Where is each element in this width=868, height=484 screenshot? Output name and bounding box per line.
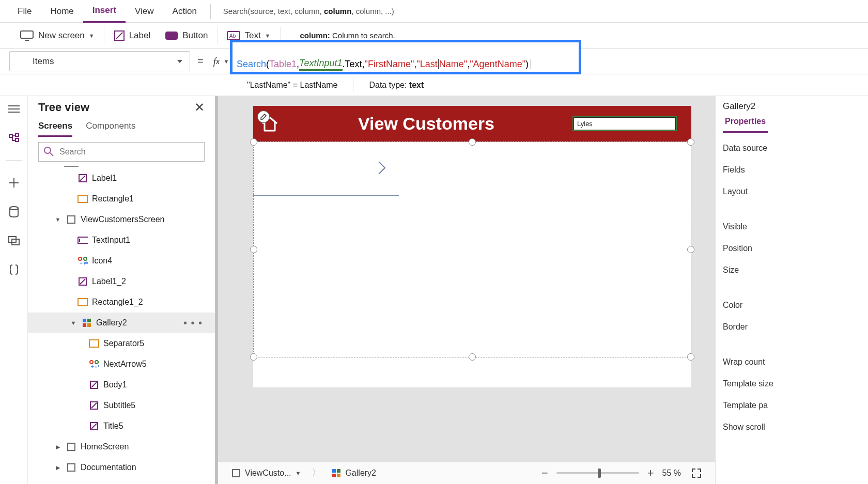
svg-rect-30 <box>83 319 86 322</box>
prop-show-scroll[interactable]: Show scroll <box>716 416 868 438</box>
hamburger-icon[interactable] <box>7 102 21 116</box>
zoom-slider[interactable] <box>556 472 639 474</box>
top-menu: File Home Insert View Action Search(sour… <box>0 0 868 23</box>
tree-item-label1-2[interactable]: Label1_2 <box>28 271 215 292</box>
prop-size[interactable]: Size <box>716 259 868 281</box>
tree-item-label1[interactable]: Label1 <box>28 168 215 189</box>
menu-insert[interactable]: Insert <box>83 0 126 23</box>
chevron-right-icon[interactable]: ▶ <box>54 464 62 471</box>
button-button[interactable]: Button <box>165 30 208 41</box>
zoom-control[interactable]: − + 55 % <box>539 466 706 480</box>
divider <box>210 4 211 19</box>
tree-view-icon[interactable] <box>7 131 21 145</box>
fx-icon[interactable]: fx <box>209 49 222 74</box>
label-icon <box>114 30 125 41</box>
gallery-template-row[interactable] <box>253 142 399 196</box>
selected-control-name: Gallery2 <box>716 96 868 114</box>
more-icon[interactable]: • • • <box>183 317 203 329</box>
equals-label: = <box>192 49 209 74</box>
tree-item-separator5[interactable]: Separator5 <box>28 333 215 354</box>
chevron-down-icon[interactable]: ▼ <box>54 216 62 223</box>
tab-components[interactable]: Components <box>86 121 135 137</box>
breadcrumb-control[interactable]: Gallery2 <box>328 466 380 480</box>
tree-item-nextarrow5[interactable]: +⇄NextArrow5 <box>28 354 215 374</box>
tree-item-rectangle1-2[interactable]: Rectangle1_2 <box>28 292 215 313</box>
svg-rect-34 <box>89 340 99 347</box>
svg-rect-20 <box>68 216 75 223</box>
tree-item-textinput1[interactable]: TextInput1 <box>28 230 215 251</box>
close-icon[interactable]: ✕ <box>194 100 205 115</box>
svg-rect-0 <box>21 31 33 38</box>
prop-data-source[interactable]: Data source <box>716 137 868 159</box>
prop-template-size[interactable]: Template size <box>716 373 868 395</box>
prop-position[interactable]: Position <box>716 238 868 259</box>
svg-line-16 <box>50 153 53 156</box>
tab-properties[interactable]: Properties <box>723 114 768 133</box>
app-header: View Customers <box>253 106 691 142</box>
svg-line-40 <box>91 382 97 387</box>
tree-item-viewcustomers[interactable]: ▼ViewCustomersScreen <box>28 209 215 230</box>
prop-fields[interactable]: Fields <box>716 159 868 181</box>
tree-search-input[interactable] <box>38 142 205 162</box>
tree-item-title5[interactable]: Title5 <box>28 416 215 436</box>
menu-file[interactable]: File <box>8 0 41 23</box>
breadcrumb-separator: 〉 <box>312 467 320 478</box>
tree-item-body1[interactable]: Body1 <box>28 374 215 395</box>
svg-rect-45 <box>68 443 75 450</box>
zoom-out-button[interactable]: − <box>539 466 550 480</box>
text-button[interactable]: Ab Text ▼ <box>227 30 270 41</box>
media-icon[interactable] <box>7 234 21 247</box>
chevron-right-icon[interactable]: ▶ <box>54 444 62 450</box>
variables-icon[interactable] <box>7 263 21 276</box>
svg-rect-4 <box>165 32 178 40</box>
app-search-input[interactable] <box>574 117 676 130</box>
tree-item-documentation[interactable]: ▶Documentation <box>28 457 215 478</box>
chevron-right-icon[interactable] <box>377 160 386 176</box>
prop-wrap-count[interactable]: Wrap count <box>716 351 868 373</box>
property-selector[interactable]: Items <box>9 51 190 71</box>
zoom-value: 55 % <box>662 469 681 478</box>
prop-template-padding[interactable]: Template pa <box>716 395 868 416</box>
svg-text:⇄: ⇄ <box>84 260 88 266</box>
chevron-down-icon: ▼ <box>265 33 271 39</box>
expand-icon[interactable] <box>687 468 706 478</box>
svg-rect-32 <box>83 323 86 327</box>
tree-item-icon4[interactable]: +⇄Icon4 <box>28 251 215 271</box>
gallery2[interactable] <box>253 142 691 357</box>
svg-rect-51 <box>337 474 340 477</box>
prop-visible[interactable]: Visible <box>716 216 868 238</box>
app-canvas[interactable]: View Customers <box>253 106 691 387</box>
breadcrumb-screen[interactable]: ViewCusto... ▼ <box>227 466 305 480</box>
new-screen-button[interactable]: New screen ▼ <box>20 30 95 41</box>
zoom-in-button[interactable]: + <box>645 466 656 480</box>
tree-item-subtitle5[interactable]: Subtitle5 <box>28 395 215 416</box>
tab-screens[interactable]: Screens <box>38 121 72 137</box>
prop-color[interactable]: Color <box>716 294 868 316</box>
data-icon[interactable] <box>7 205 21 218</box>
search-icon <box>43 146 54 157</box>
prop-border[interactable]: Border <box>716 316 868 338</box>
tree-view-panel: Tree view ✕ Screens Components Label1 Re… <box>28 96 218 484</box>
chevron-down-icon[interactable]: ▼ <box>296 470 301 476</box>
tree-item-homescreen[interactable]: ▶HomeScreen <box>28 436 215 457</box>
add-icon[interactable] <box>7 176 21 190</box>
prop-layout[interactable]: Layout <box>716 181 868 202</box>
chevron-down-icon: ▼ <box>89 33 95 39</box>
menu-view[interactable]: View <box>126 0 163 23</box>
tree-search[interactable] <box>38 142 205 162</box>
label-button[interactable]: Label <box>114 30 151 41</box>
function-signature: Search(source, text, column, column, col… <box>215 7 860 15</box>
chevron-down-icon[interactable]: ▼ <box>69 320 78 326</box>
tree-item-rectangle1[interactable]: Rectangle1 <box>28 189 215 209</box>
svg-line-44 <box>91 424 97 429</box>
svg-line-3 <box>116 33 122 39</box>
menu-home[interactable]: Home <box>41 0 83 23</box>
menu-action[interactable]: Action <box>163 0 206 23</box>
svg-line-42 <box>91 403 97 408</box>
separator <box>253 195 399 196</box>
app-title: View Customers <box>279 114 574 134</box>
edit-icon[interactable] <box>257 111 270 123</box>
formula-bar[interactable]: Search(Table1, TextInput1.Text, "FirstNa… <box>237 54 575 74</box>
text-icon: Ab <box>227 31 240 40</box>
tree-item-gallery2[interactable]: ▼Gallery2• • • <box>28 313 215 333</box>
